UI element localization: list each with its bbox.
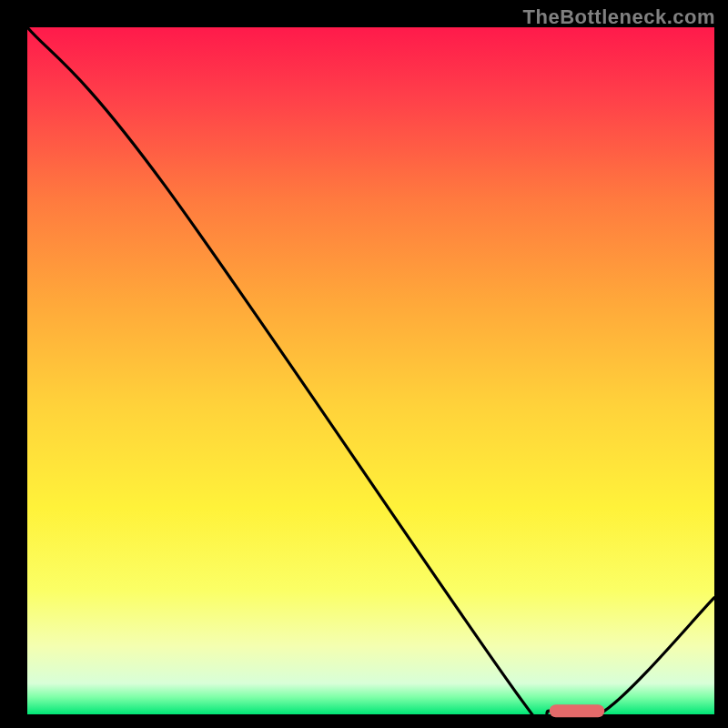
watermark-text: TheBottleneck.com [523,5,715,29]
bottleneck-chart: TheBottleneck.com [0,0,728,728]
chart-svg [0,0,728,728]
plot-area [27,27,714,714]
optimal-marker [550,704,604,717]
